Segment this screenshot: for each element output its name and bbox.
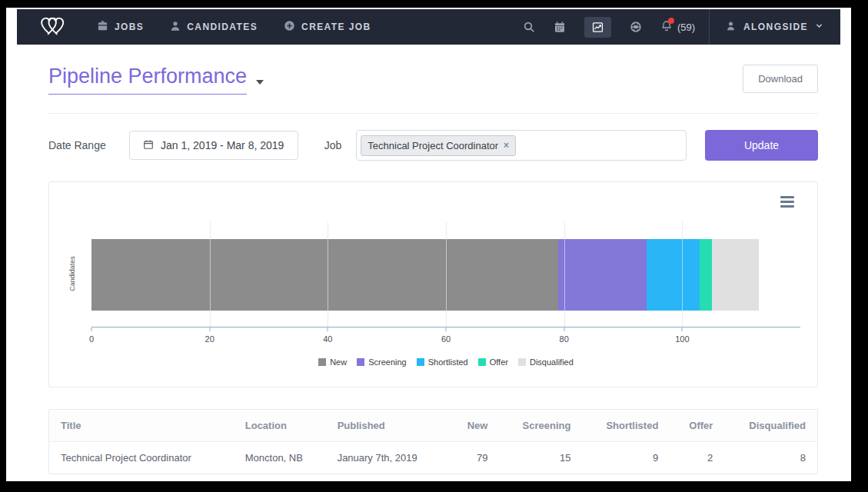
top-navbar: JOBS CANDIDATES CREATE J xyxy=(17,9,840,45)
bar-segment-screening[interactable] xyxy=(558,239,647,311)
chart-legend: NewScreeningShortlistedOfferDisqualified xyxy=(91,357,800,367)
column-header: Location xyxy=(234,410,326,442)
axis-tick-mark xyxy=(91,327,92,331)
legend-swatch xyxy=(357,358,364,366)
chart-menu-icon[interactable] xyxy=(779,194,796,209)
date-range-label: Date Range xyxy=(48,139,106,151)
nav-item-label: CREATE JOB xyxy=(301,22,371,32)
gridline-overlay xyxy=(210,239,211,311)
legend-label: Shortlisted xyxy=(428,357,468,367)
legend-label: New xyxy=(330,357,347,367)
column-header: New xyxy=(448,410,499,442)
column-header: Disqualified xyxy=(724,410,817,442)
nav-right-icons: (59) xyxy=(523,17,695,38)
chart-line-icon[interactable] xyxy=(584,17,611,38)
legend-item-disqualified[interactable]: Disqualified xyxy=(518,357,574,367)
axis-tick-label: 20 xyxy=(205,334,215,344)
axis-tick-label: 0 xyxy=(89,334,94,344)
nav-item-label: JOBS xyxy=(115,22,144,32)
job-select-input[interactable]: Technical Project Coordinator × xyxy=(356,130,687,161)
legend-label: Screening xyxy=(368,357,407,367)
bar-segment-disqualified[interactable] xyxy=(712,239,759,311)
nav-item-candidates[interactable]: CANDIDATES xyxy=(170,21,258,34)
legend-label: Disqualified xyxy=(530,357,574,367)
column-header: Published xyxy=(326,410,449,442)
column-header: Screening xyxy=(499,410,582,442)
bar-stack xyxy=(91,239,759,311)
page-title: Pipeline Performance xyxy=(48,65,247,95)
navbar-divider xyxy=(709,9,710,45)
hearts-logo-icon xyxy=(38,14,71,40)
legend-item-screening[interactable]: Screening xyxy=(357,357,407,367)
user-icon xyxy=(725,20,737,34)
calendar-icon xyxy=(143,139,154,152)
globe-icon[interactable] xyxy=(630,21,642,33)
gridline-overlay xyxy=(564,239,565,311)
chevron-down-icon xyxy=(815,22,823,32)
gridline-overlay xyxy=(682,239,683,311)
date-range-input[interactable]: Jan 1, 2019 - Mar 8, 2019 xyxy=(129,131,298,160)
axis-tick-mark xyxy=(446,327,447,331)
column-header: Offer xyxy=(670,410,724,442)
axis-tick-label: 80 xyxy=(560,334,569,344)
nav-item-label: CANDIDATES xyxy=(187,22,258,32)
axis-ticks: 020406080100 xyxy=(91,327,800,351)
axis-tick-label: 40 xyxy=(323,334,332,344)
results-table-wrap: TitleLocationPublishedNewScreeningShortl… xyxy=(48,409,818,474)
table-header-row: TitleLocationPublishedNewScreeningShortl… xyxy=(49,410,817,442)
legend-swatch xyxy=(518,358,526,366)
y-axis-label: Candidates xyxy=(68,231,76,316)
axis-tick-mark xyxy=(328,327,328,331)
gridline-overlay xyxy=(328,239,328,311)
table-cell: Technical Project Coordinator xyxy=(49,442,234,474)
account-menu[interactable]: ALONGSIDE xyxy=(713,20,836,34)
table-cell: 9 xyxy=(582,442,670,474)
pipeline-chart-panel: Candidates 020406080100 NewScreeningShor… xyxy=(48,181,818,387)
table-cell: 79 xyxy=(448,442,499,474)
table-cell: 15 xyxy=(499,442,582,474)
column-header: Title xyxy=(49,410,234,442)
person-icon xyxy=(170,21,181,34)
bar-segment-shortlisted[interactable] xyxy=(647,239,700,311)
report-selector[interactable]: Pipeline Performance xyxy=(48,65,264,95)
briefcase-icon xyxy=(97,20,108,34)
legend-item-offer[interactable]: Offer xyxy=(478,357,508,367)
table-cell: 8 xyxy=(724,442,817,474)
table-cell: 2 xyxy=(670,442,724,474)
legend-swatch xyxy=(318,358,326,366)
bar-segment-new[interactable] xyxy=(91,239,558,311)
date-range-value: Jan 1, 2019 - Mar 8, 2019 xyxy=(161,139,284,151)
brand-logo[interactable] xyxy=(38,14,71,40)
nav-menu: JOBS CANDIDATES CREATE J xyxy=(97,20,371,34)
legend-swatch xyxy=(417,358,424,366)
axis-tick-label: 100 xyxy=(675,334,689,344)
update-button[interactable]: Update xyxy=(705,130,818,161)
axis-tick-mark xyxy=(682,327,683,331)
bar-segment-offer[interactable] xyxy=(700,239,711,311)
table-cell: January 7th, 2019 xyxy=(326,442,449,474)
legend-item-new[interactable]: New xyxy=(318,357,347,367)
account-label: ALONGSIDE xyxy=(743,22,808,32)
table-body: Technical Project CoordinatorMoncton, NB… xyxy=(49,442,817,474)
results-table: TitleLocationPublishedNewScreeningShortl… xyxy=(49,410,817,474)
axis-tick-mark xyxy=(564,327,564,331)
axis-tick-label: 60 xyxy=(441,334,451,344)
nav-item-jobs[interactable]: JOBS xyxy=(97,20,144,34)
gridline-overlay xyxy=(446,239,447,311)
nav-item-create-job[interactable]: CREATE JOB xyxy=(284,20,371,34)
axis-tick-mark xyxy=(209,327,210,331)
download-button[interactable]: Download xyxy=(743,65,818,93)
remove-tag-icon[interactable]: × xyxy=(504,141,509,150)
job-label: Job xyxy=(324,139,342,151)
search-icon[interactable] xyxy=(523,21,535,33)
plot-area: Candidates xyxy=(91,222,800,327)
notification-count: (59) xyxy=(677,22,695,33)
calendar-icon[interactable] xyxy=(554,21,566,33)
table-cell: Moncton, NB xyxy=(234,442,326,474)
notifications-button[interactable]: (59) xyxy=(660,20,695,35)
legend-label: Offer xyxy=(490,357,508,367)
column-header: Shortlisted xyxy=(582,410,670,442)
legend-item-shortlisted[interactable]: Shortlisted xyxy=(417,357,468,367)
table-row[interactable]: Technical Project CoordinatorMoncton, NB… xyxy=(49,442,817,474)
job-tag: Technical Project Coordinator × xyxy=(361,135,516,156)
